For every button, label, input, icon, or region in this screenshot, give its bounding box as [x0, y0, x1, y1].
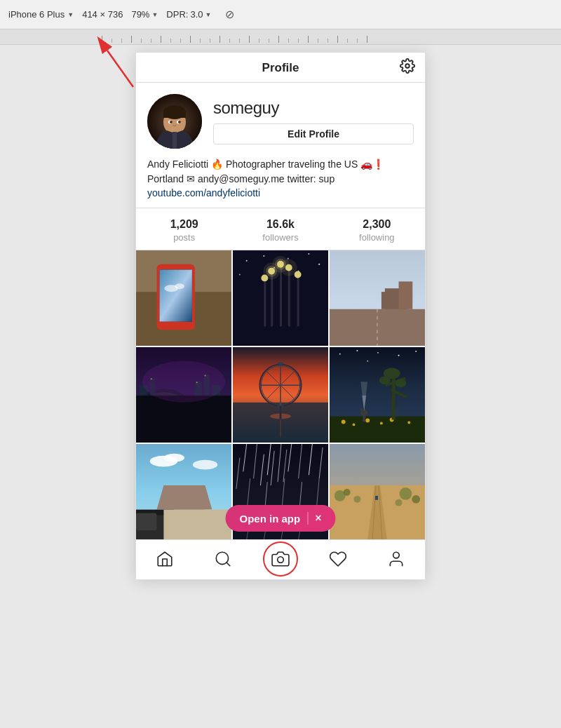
posts-label: posts [173, 232, 195, 243]
svg-point-147 [393, 552, 399, 558]
edit-profile-button[interactable]: Edit Profile [213, 123, 414, 144]
svg-point-26 [308, 253, 309, 255]
home-icon [156, 550, 174, 568]
avatar-svg [147, 94, 202, 149]
svg-point-45 [280, 259, 297, 276]
grid-cell-6[interactable] [330, 347, 425, 443]
grid-cell-9[interactable] [330, 444, 425, 539]
svg-point-27 [318, 264, 320, 265]
svg-point-104 [193, 460, 217, 470]
ruler-tick [161, 36, 161, 43]
svg-point-142 [396, 499, 403, 506]
svg-rect-8 [163, 111, 186, 118]
zoom-selector[interactable]: 79% ▼ [131, 9, 158, 20]
res-height: 736 [108, 9, 123, 20]
svg-point-90 [407, 421, 410, 424]
zoom-dropdown-arrow: ▼ [151, 11, 158, 18]
svg-point-81 [398, 355, 400, 356]
svg-rect-47 [330, 309, 425, 346]
svg-point-138 [344, 489, 351, 496]
bio-line1: Andy Feliciotti 🔥 Photographer traveling… [147, 157, 414, 172]
svg-point-85 [342, 419, 346, 424]
nav-home[interactable] [147, 547, 182, 571]
ruler-tick [259, 39, 259, 43]
open-in-app-close-button[interactable]: × [315, 512, 321, 525]
grid-cell-5[interactable] [233, 347, 328, 443]
svg-point-79 [356, 350, 358, 351]
ruler-tick [210, 39, 210, 43]
posts-stat[interactable]: 1,209 posts [136, 208, 232, 250]
profile-header: Profile [136, 53, 425, 83]
grid-cell-2[interactable] [233, 250, 328, 346]
nav-profile[interactable] [379, 547, 414, 571]
nav-camera[interactable] [263, 547, 298, 571]
search-icon [214, 550, 232, 568]
svg-rect-50 [399, 281, 413, 309]
ruler-tick [121, 39, 122, 43]
ruler-tick [318, 39, 318, 43]
followers-count: 16.6k [266, 218, 295, 231]
device-dropdown-arrow: ▼ [67, 11, 74, 18]
settings-button[interactable] [400, 58, 415, 76]
svg-rect-34 [264, 278, 266, 326]
grid-cell-4[interactable] [136, 347, 231, 443]
nav-search[interactable] [205, 547, 241, 571]
ruler-tick [337, 36, 338, 43]
bottom-nav [136, 539, 425, 579]
svg-point-23 [246, 260, 248, 262]
rotate-icon[interactable]: ⊘ [225, 8, 234, 21]
ruler-tick [269, 39, 269, 43]
svg-rect-143 [375, 496, 378, 500]
photo-9 [330, 444, 425, 539]
bio-section: Andy Feliciotti 🔥 Photographer traveling… [147, 157, 414, 199]
username: someguy [213, 98, 414, 118]
following-count: 2,300 [363, 218, 391, 231]
ruler-tick [327, 39, 328, 43]
ruler-tick [357, 39, 358, 43]
svg-point-20 [175, 283, 184, 289]
svg-point-140 [412, 495, 420, 504]
svg-line-145 [227, 562, 230, 566]
gear-icon [400, 58, 415, 74]
ruler-tick [190, 36, 191, 43]
photo-grid [136, 250, 425, 539]
grid-cell-1[interactable] [136, 250, 231, 346]
bio-link[interactable]: youtube.com/andyfeliciotti [147, 187, 260, 198]
svg-rect-109 [163, 510, 231, 539]
open-in-app-banner[interactable]: Open in app × [225, 505, 335, 532]
ruler-tick [308, 36, 309, 43]
grid-cell-3[interactable] [330, 250, 425, 346]
dpr-label: DPR: [166, 9, 188, 20]
main-wrapper: Profile [0, 45, 561, 580]
followers-stat[interactable]: 16.6k followers [232, 208, 328, 250]
device-name: iPhone 6 Plus [8, 9, 65, 20]
ruler-tick [200, 39, 201, 43]
svg-point-83 [367, 360, 368, 362]
photo-7 [136, 444, 231, 539]
svg-point-96 [396, 379, 407, 387]
nav-heart[interactable] [320, 547, 356, 571]
ruler-tick [298, 39, 299, 43]
ruler-tick [180, 39, 181, 43]
ruler-tick [102, 36, 102, 43]
svg-point-88 [380, 422, 383, 424]
ruler-tick [141, 39, 142, 43]
resolution-display: 414 × 736 [82, 9, 123, 20]
ruler-tick [347, 39, 348, 43]
ruler [0, 29, 561, 45]
profile-right: someguy Edit Profile [213, 98, 414, 144]
photo-1 [136, 250, 231, 346]
device-selector[interactable]: iPhone 6 Plus ▼ [8, 9, 74, 20]
page-title: Profile [262, 61, 299, 75]
dpr-selector[interactable]: DPR: 3.0 ▼ [166, 9, 211, 20]
user-icon [387, 550, 405, 568]
svg-point-24 [263, 255, 264, 257]
following-stat[interactable]: 2,300 following [329, 208, 425, 250]
profile-info-section: someguy Edit Profile Andy Feliciotti 🔥 P… [136, 83, 425, 208]
svg-point-141 [353, 496, 360, 503]
open-in-app-divider [307, 512, 308, 525]
svg-point-103 [163, 454, 184, 462]
grid-cell-7[interactable] [136, 444, 231, 539]
svg-point-87 [365, 419, 370, 423]
dpr-value: 3.0 [190, 9, 203, 20]
